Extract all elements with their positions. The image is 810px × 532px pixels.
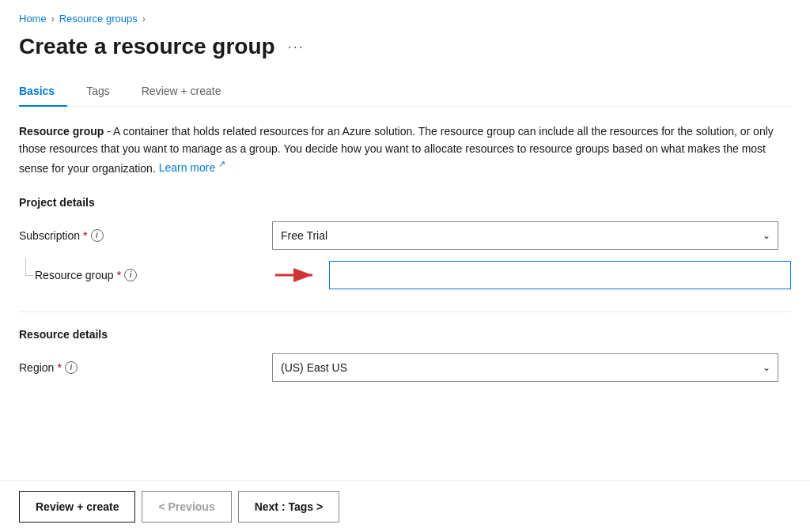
tab-tags[interactable]: Tags (86, 78, 123, 107)
description-body: - A container that holds related resourc… (19, 125, 774, 174)
resource-group-label: Resource group * i (19, 269, 272, 281)
project-details-header: Project details (19, 196, 791, 209)
page-title: Create a resource group (19, 34, 275, 59)
resource-group-info-icon[interactable]: i (124, 269, 137, 281)
resource-group-row: Resource group * i (19, 261, 791, 289)
breadcrumb-sep-1: › (51, 13, 55, 25)
region-row: Region * i (US) East US (US) East US 2 (… (19, 353, 791, 382)
previous-button: < Previous (142, 491, 231, 523)
description-text: Resource group - A container that holds … (19, 123, 778, 177)
subscription-required: * (83, 229, 87, 242)
subscription-control: Free Trial Pay-As-You-Go Enterprise ⌄ (272, 221, 778, 250)
resource-group-required: * (117, 269, 121, 281)
ellipsis-button[interactable]: ··· (283, 37, 309, 57)
subscription-row: Subscription * i Free Trial Pay-As-You-G… (19, 221, 791, 250)
breadcrumb-home[interactable]: Home (19, 13, 47, 25)
region-select-wrapper: (US) East US (US) East US 2 (US) West US… (272, 353, 778, 382)
resource-group-input[interactable] (329, 261, 791, 289)
region-label: Region * i (19, 361, 272, 374)
region-required: * (57, 361, 61, 374)
resource-group-bold: Resource group (19, 125, 104, 138)
project-details-section: Project details Subscription * i Free Tr… (19, 196, 791, 289)
resource-details-section: Resource details Region * i (US) East US… (19, 311, 791, 382)
indent-horizontal-line (25, 275, 33, 276)
indent-vertical-line (25, 258, 26, 275)
learn-more-link[interactable]: Learn more ↗ (159, 161, 225, 174)
section-divider (19, 311, 791, 312)
next-tags-button[interactable]: Next : Tags > (238, 491, 340, 523)
external-link-icon: ↗ (218, 160, 225, 169)
subscription-select-wrapper: Free Trial Pay-As-You-Go Enterprise ⌄ (272, 221, 778, 250)
region-info-icon[interactable]: i (65, 361, 78, 374)
review-create-button[interactable]: Review + create (19, 491, 135, 523)
breadcrumb: Home › Resource groups › (19, 13, 791, 25)
tab-review-create[interactable]: Review + create (142, 78, 234, 107)
region-control: (US) East US (US) East US 2 (US) West US… (272, 353, 778, 382)
region-select[interactable]: (US) East US (US) East US 2 (US) West US… (272, 353, 778, 382)
footer: Review + create < Previous Next : Tags > (0, 481, 810, 532)
arrow-container (272, 262, 320, 288)
breadcrumb-sep-2: › (142, 13, 146, 25)
tabs-container: Basics Tags Review + create (19, 78, 791, 107)
page-container: Home › Resource groups › Create a resour… (0, 0, 810, 532)
tab-basics[interactable]: Basics (19, 78, 67, 107)
breadcrumb-resource-groups[interactable]: Resource groups (59, 13, 138, 25)
arrow-icon (272, 262, 320, 288)
subscription-label: Subscription * i (19, 229, 272, 242)
subscription-info-icon[interactable]: i (91, 229, 104, 242)
subscription-select[interactable]: Free Trial Pay-As-You-Go Enterprise (272, 221, 778, 250)
resource-group-control (329, 261, 791, 289)
page-title-row: Create a resource group ··· (19, 34, 791, 59)
resource-details-header: Resource details (19, 328, 791, 341)
